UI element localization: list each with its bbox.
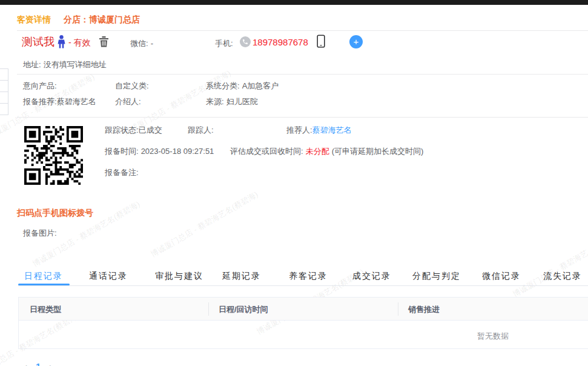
column-separator bbox=[208, 302, 209, 316]
report-time-value: 2023-05-18 09:27:51 bbox=[141, 147, 214, 156]
background-table-cell bbox=[0, 92, 8, 104]
customer-detail-page: 博诚厦门总店 - 蔡碧海艺名(蔡碧海) 博诚厦门总店 - 蔡碧海艺名(蔡碧海) … bbox=[0, 0, 588, 366]
introducer-label: 介绍人: bbox=[115, 96, 141, 107]
background-table-edge bbox=[0, 68, 8, 115]
top-window-bar bbox=[0, 0, 588, 5]
qr-code bbox=[24, 126, 83, 185]
evaluation-note: (可申请延期加长成交时间) bbox=[332, 147, 424, 156]
trash-icon[interactable] bbox=[99, 36, 109, 47]
report-note-label: 报备备注: bbox=[105, 167, 139, 178]
page-title: 客资详情 bbox=[17, 15, 51, 25]
evaluation-label: 评估成交或回收时间: bbox=[230, 147, 303, 156]
report-referral-field: 报备推荐:蔡碧海艺名 bbox=[23, 96, 96, 107]
column-separator bbox=[398, 302, 398, 316]
evaluation-value: 未分配 bbox=[306, 147, 329, 156]
report-referral-label: 报备推荐: bbox=[23, 97, 57, 106]
wechat-field: 微信:- bbox=[130, 38, 153, 49]
empty-state-text: 暂无数据 bbox=[477, 331, 509, 342]
tab-bottom-border bbox=[18, 285, 588, 286]
wechat-label: 微信: bbox=[130, 39, 148, 48]
custom-category-label: 自定义类: bbox=[115, 81, 149, 92]
wechat-value: - bbox=[151, 39, 153, 48]
column-header-sales-push: 销售推进 bbox=[408, 304, 440, 315]
referrer-label: 推荐人: bbox=[286, 125, 312, 135]
column-header-schedule-type: 日程类型 bbox=[30, 304, 61, 315]
tab-schedule-records[interactable]: 日程记录 bbox=[24, 271, 63, 282]
phone-call-icon[interactable] bbox=[240, 36, 251, 47]
phone-label: 手机: bbox=[215, 38, 233, 49]
address-value: 没有填写详细地址 bbox=[44, 60, 107, 69]
report-time-field: 报备时间:2023-05-18 09:27:51 bbox=[105, 146, 214, 157]
phone-number: 18978987678 bbox=[253, 37, 308, 47]
track-status-field: 跟踪状态:已成交 bbox=[105, 125, 162, 136]
pagination: ‹ 1 › bbox=[24, 361, 52, 366]
report-image-label: 报备图片: bbox=[23, 228, 57, 239]
background-table-cell bbox=[0, 104, 8, 115]
address-field: 地址:没有填写详细地址 bbox=[23, 59, 107, 70]
schedule-table: 日程类型 日程/回访时间 销售推进 暂无数据 bbox=[18, 297, 588, 349]
tab-call-records[interactable]: 通话记录 bbox=[89, 271, 128, 282]
evaluation-field: 评估成交或回收时间:未分配(可申请延期加长成交时间) bbox=[230, 146, 423, 157]
tab-assignment-judgement[interactable]: 分配与判定 bbox=[412, 271, 461, 282]
divider bbox=[17, 117, 588, 118]
next-page-icon[interactable]: › bbox=[49, 361, 52, 366]
tab-delay-records[interactable]: 延期记录 bbox=[222, 271, 261, 282]
mobile-phone-icon[interactable] bbox=[317, 35, 325, 48]
column-header-visit-time: 日程/回访时间 bbox=[219, 304, 268, 315]
source-value: 妇儿医院 bbox=[226, 97, 258, 106]
current-page[interactable]: 1 bbox=[36, 361, 41, 366]
tab-wechat-records[interactable]: 微信记录 bbox=[482, 271, 521, 282]
background-table-cell bbox=[0, 69, 8, 81]
watermark: 博诚厦门总店 - 蔡碧海艺名(蔡碧海) bbox=[149, 189, 260, 260]
validity-badge: - 有效 bbox=[68, 38, 91, 48]
report-time-label: 报备时间: bbox=[105, 147, 139, 156]
track-status-label: 跟踪状态: bbox=[105, 125, 139, 135]
report-referral-value: 蔡碧海艺名 bbox=[57, 97, 96, 106]
add-button[interactable]: + bbox=[349, 35, 363, 48]
tab-approval-suggestions[interactable]: 审批与建议 bbox=[155, 271, 203, 282]
branch-label: 分店：博诚厦门总店 bbox=[64, 15, 140, 25]
person-icon bbox=[58, 35, 65, 48]
referrer-field: 推荐人:蔡碧海艺名 bbox=[286, 125, 352, 136]
system-category-label: 系统分类: bbox=[206, 81, 240, 90]
watermark: 博诚厦门总店 - 蔡碧海艺名(蔡碧海) bbox=[511, 229, 588, 300]
referrer-link[interactable]: 蔡碧海艺名 bbox=[312, 125, 352, 135]
system-category-value: A加急客户 bbox=[242, 81, 279, 90]
background-table-cell bbox=[0, 81, 8, 92]
divider bbox=[17, 30, 588, 31]
system-category-field: 系统分类:A加急客户 bbox=[206, 81, 279, 92]
source-field: 来源:妇儿医院 bbox=[206, 96, 258, 107]
address-label: 地址: bbox=[23, 60, 41, 69]
prev-page-icon[interactable]: ‹ bbox=[24, 361, 27, 366]
tracker-label: 跟踪人: bbox=[188, 125, 214, 136]
tab-nurture-records[interactable]: 养客记录 bbox=[289, 271, 328, 282]
intent-product-label: 意向产品: bbox=[23, 81, 57, 92]
divider bbox=[17, 74, 588, 75]
tab-churn-records[interactable]: 流失记录 bbox=[543, 271, 582, 282]
scan-dial-hint: 扫码点手机图标拨号 bbox=[17, 208, 93, 219]
plus-icon: + bbox=[354, 36, 359, 47]
tab-deal-records[interactable]: 成交记录 bbox=[352, 271, 391, 282]
source-label: 来源: bbox=[206, 97, 224, 106]
track-status-value: 已成交 bbox=[139, 125, 162, 135]
schedule-table-header: 日程类型 日程/回访时间 销售推进 bbox=[19, 298, 588, 321]
customer-name: 测试我 bbox=[22, 35, 55, 49]
